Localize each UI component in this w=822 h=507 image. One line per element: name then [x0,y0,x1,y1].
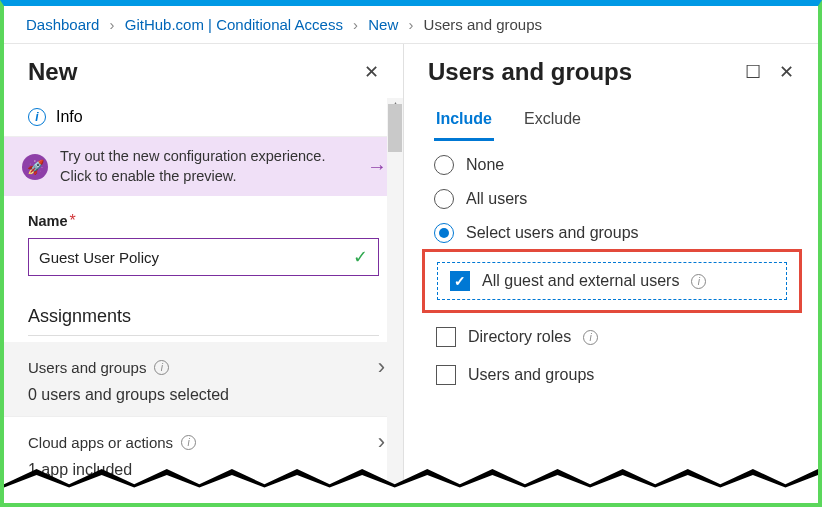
checkbox-icon [450,271,470,291]
required-star: * [70,212,76,229]
new-policy-pane: New ✕ ▴ i Info 🚀 Try out the new configu… [4,44,404,499]
checkbox-icon [436,365,456,385]
assignment-summary: 1 app included [28,461,385,479]
breadcrumb-sep: › [408,16,413,33]
breadcrumb-sep: › [353,16,358,33]
option-label: Select users and groups [466,224,639,242]
option-select-users-and-groups[interactable]: Select users and groups [434,223,788,243]
assignments-heading: Assignments [28,306,379,336]
option-label: None [466,156,504,174]
name-input[interactable]: Guest User Policy ✓ [28,238,379,276]
assignment-label: Users and groups [28,359,146,376]
info-icon[interactable]: i [691,274,706,289]
option-all-users[interactable]: All users [434,189,788,209]
info-icon[interactable]: i [181,435,196,450]
azure-portal-window: Dashboard › GitHub.com | Conditional Acc… [0,0,822,507]
info-icon: i [28,108,46,126]
preview-banner[interactable]: 🚀 Try out the new configuration experien… [4,137,403,196]
tab-exclude[interactable]: Exclude [522,104,583,141]
users-and-groups-pane: Users and groups ☐ ✕ Include Exclude Non… [404,44,818,499]
name-label: Name [28,213,68,229]
radio-icon [434,155,454,175]
info-icon[interactable]: i [583,330,598,345]
checkbox-label: All guest and external users [482,272,679,290]
breadcrumb-dashboard[interactable]: Dashboard [26,16,99,33]
scrollbar-track[interactable]: ▴ [387,98,403,499]
info-row[interactable]: i Info [4,98,403,137]
maximize-icon[interactable]: ☐ [745,62,761,82]
info-label: Info [56,108,83,126]
preview-banner-text: Try out the new configuration experience… [60,147,355,186]
scrollbar-thumb[interactable] [388,104,402,152]
radio-icon [434,223,454,243]
close-icon[interactable]: ✕ [779,62,794,82]
breadcrumb: Dashboard › GitHub.com | Conditional Acc… [4,6,818,44]
close-icon[interactable]: ✕ [364,62,379,82]
checkbox-label: Users and groups [468,366,594,384]
rocket-icon: 🚀 [22,154,48,180]
checkbox-all-guest-users[interactable]: All guest and external users i [437,262,787,300]
check-icon: ✓ [353,246,368,268]
checkbox-directory-roles[interactable]: Directory roles i [436,327,788,347]
arrow-right-icon: → [367,155,387,178]
breadcrumb-sep: › [110,16,115,33]
checkbox-label: Directory roles [468,328,571,346]
chevron-right-icon: › [378,354,385,380]
tab-include[interactable]: Include [434,104,494,141]
assignment-label: Cloud apps or actions [28,434,173,451]
assignment-users-and-groups[interactable]: Users and groups i › 0 users and groups … [4,342,403,417]
radio-icon [434,189,454,209]
name-input-value: Guest User Policy [39,249,159,266]
option-none[interactable]: None [434,155,788,175]
pane-title-users: Users and groups [428,58,632,86]
breadcrumb-app[interactable]: GitHub.com | Conditional Access [125,16,343,33]
assignment-summary: 0 users and groups selected [28,386,385,404]
info-icon[interactable]: i [154,360,169,375]
option-label: All users [466,190,527,208]
breadcrumb-current: Users and groups [424,16,542,33]
checkbox-icon [436,327,456,347]
breadcrumb-new[interactable]: New [368,16,398,33]
include-exclude-tabs: Include Exclude [404,98,818,141]
chevron-right-icon: › [378,429,385,455]
pane-title-new: New [28,58,77,86]
highlight-box: All guest and external users i [422,249,802,313]
checkbox-users-and-groups[interactable]: Users and groups [436,365,788,385]
